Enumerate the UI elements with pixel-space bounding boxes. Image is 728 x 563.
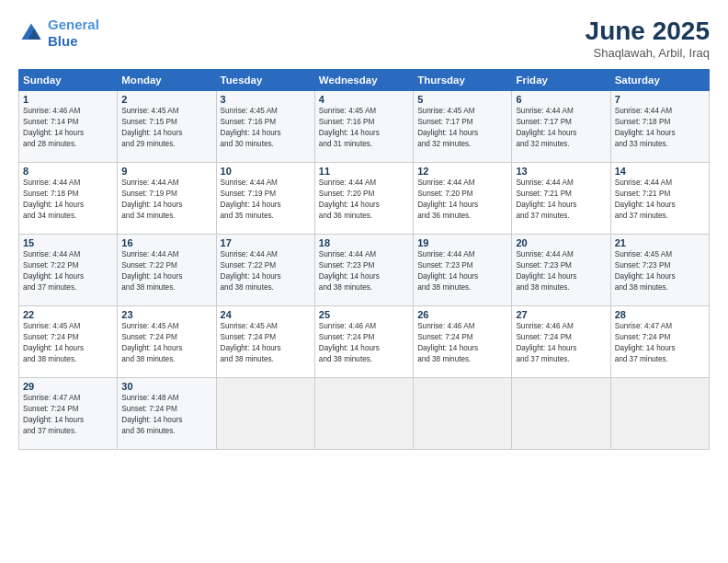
day-number: 3 xyxy=(221,94,311,105)
day-number: 4 xyxy=(319,94,409,105)
calendar-cell: 30Sunrise: 4:48 AMSunset: 7:24 PMDayligh… xyxy=(118,378,216,450)
cell-details: Sunrise: 4:45 AMSunset: 7:15 PMDaylight:… xyxy=(121,106,211,150)
day-number: 23 xyxy=(121,309,211,320)
weekday-header: Friday xyxy=(512,70,610,91)
cell-details: Sunrise: 4:48 AMSunset: 7:24 PMDaylight:… xyxy=(121,393,211,437)
cell-details: Sunrise: 4:45 AMSunset: 7:17 PMDaylight:… xyxy=(417,106,507,150)
calendar-cell: 14Sunrise: 4:44 AMSunset: 7:21 PMDayligh… xyxy=(610,163,709,235)
cell-details: Sunrise: 4:45 AMSunset: 7:16 PMDaylight:… xyxy=(319,106,409,150)
day-number: 9 xyxy=(121,166,211,177)
day-number: 25 xyxy=(319,309,409,320)
calendar-row: 15Sunrise: 4:44 AMSunset: 7:22 PMDayligh… xyxy=(19,235,710,306)
cell-details: Sunrise: 4:44 AMSunset: 7:21 PMDaylight:… xyxy=(615,178,705,222)
day-number: 29 xyxy=(23,381,113,392)
cell-details: Sunrise: 4:44 AMSunset: 7:19 PMDaylight:… xyxy=(121,178,211,222)
calendar-cell: 6Sunrise: 4:44 AMSunset: 7:17 PMDaylight… xyxy=(512,91,610,163)
calendar-header-row: SundayMondayTuesdayWednesdayThursdayFrid… xyxy=(19,70,710,91)
day-number: 20 xyxy=(516,237,606,248)
title-block: June 2025 Shaqlawah, Arbil, Iraq xyxy=(586,17,710,60)
calendar-cell: 18Sunrise: 4:44 AMSunset: 7:23 PMDayligh… xyxy=(314,235,413,306)
day-number: 10 xyxy=(221,166,311,177)
calendar-cell: 2Sunrise: 4:45 AMSunset: 7:15 PMDaylight… xyxy=(118,91,216,163)
day-number: 12 xyxy=(417,166,507,177)
day-number: 14 xyxy=(615,166,705,177)
header: General Blue June 2025 Shaqlawah, Arbil,… xyxy=(18,17,710,60)
cell-details: Sunrise: 4:45 AMSunset: 7:16 PMDaylight:… xyxy=(221,106,311,150)
calendar-cell: 22Sunrise: 4:45 AMSunset: 7:24 PMDayligh… xyxy=(19,306,118,378)
calendar-cell: 10Sunrise: 4:44 AMSunset: 7:19 PMDayligh… xyxy=(216,163,314,235)
logo-text: General Blue xyxy=(48,17,99,50)
calendar-cell: 15Sunrise: 4:44 AMSunset: 7:22 PMDayligh… xyxy=(19,235,118,306)
cell-details: Sunrise: 4:46 AMSunset: 7:14 PMDaylight:… xyxy=(23,106,113,150)
day-number: 7 xyxy=(615,94,705,105)
logo-icon xyxy=(18,20,44,46)
calendar-cell: 7Sunrise: 4:44 AMSunset: 7:18 PMDaylight… xyxy=(610,91,709,163)
calendar-cell xyxy=(414,378,512,450)
cell-details: Sunrise: 4:47 AMSunset: 7:24 PMDaylight:… xyxy=(23,393,113,437)
weekday-header: Thursday xyxy=(414,70,512,91)
calendar-cell: 12Sunrise: 4:44 AMSunset: 7:20 PMDayligh… xyxy=(414,163,512,235)
cell-details: Sunrise: 4:44 AMSunset: 7:23 PMDaylight:… xyxy=(516,249,606,293)
day-number: 17 xyxy=(221,237,311,248)
calendar-cell xyxy=(512,378,610,450)
calendar-cell xyxy=(216,378,314,450)
day-number: 8 xyxy=(23,166,113,177)
weekday-header: Tuesday xyxy=(216,70,314,91)
cell-details: Sunrise: 4:46 AMSunset: 7:24 PMDaylight:… xyxy=(516,321,606,365)
day-number: 15 xyxy=(23,237,113,248)
cell-details: Sunrise: 4:45 AMSunset: 7:23 PMDaylight:… xyxy=(615,249,705,293)
cell-details: Sunrise: 4:46 AMSunset: 7:24 PMDaylight:… xyxy=(417,321,507,365)
day-number: 19 xyxy=(417,237,507,248)
day-number: 28 xyxy=(615,309,705,320)
calendar-row: 8Sunrise: 4:44 AMSunset: 7:18 PMDaylight… xyxy=(19,163,710,235)
day-number: 13 xyxy=(516,166,606,177)
calendar-cell: 8Sunrise: 4:44 AMSunset: 7:18 PMDaylight… xyxy=(19,163,118,235)
cell-details: Sunrise: 4:44 AMSunset: 7:23 PMDaylight:… xyxy=(319,249,409,293)
calendar-row: 29Sunrise: 4:47 AMSunset: 7:24 PMDayligh… xyxy=(19,378,710,450)
calendar-cell: 3Sunrise: 4:45 AMSunset: 7:16 PMDaylight… xyxy=(216,91,314,163)
calendar-table: SundayMondayTuesdayWednesdayThursdayFrid… xyxy=(18,69,710,450)
cell-details: Sunrise: 4:46 AMSunset: 7:24 PMDaylight:… xyxy=(319,321,409,365)
location: Shaqlawah, Arbil, Iraq xyxy=(586,46,710,60)
cell-details: Sunrise: 4:44 AMSunset: 7:18 PMDaylight:… xyxy=(23,178,113,222)
cell-details: Sunrise: 4:44 AMSunset: 7:18 PMDaylight:… xyxy=(615,106,705,150)
calendar-cell: 13Sunrise: 4:44 AMSunset: 7:21 PMDayligh… xyxy=(512,163,610,235)
day-number: 6 xyxy=(516,94,606,105)
calendar-cell: 26Sunrise: 4:46 AMSunset: 7:24 PMDayligh… xyxy=(414,306,512,378)
cell-details: Sunrise: 4:44 AMSunset: 7:22 PMDaylight:… xyxy=(221,249,311,293)
calendar-cell: 23Sunrise: 4:45 AMSunset: 7:24 PMDayligh… xyxy=(118,306,216,378)
calendar-row: 22Sunrise: 4:45 AMSunset: 7:24 PMDayligh… xyxy=(19,306,710,378)
weekday-header: Monday xyxy=(118,70,216,91)
cell-details: Sunrise: 4:44 AMSunset: 7:23 PMDaylight:… xyxy=(417,249,507,293)
day-number: 21 xyxy=(615,237,705,248)
logo: General Blue xyxy=(18,17,99,50)
calendar-cell: 19Sunrise: 4:44 AMSunset: 7:23 PMDayligh… xyxy=(414,235,512,306)
calendar-cell: 16Sunrise: 4:44 AMSunset: 7:22 PMDayligh… xyxy=(118,235,216,306)
day-number: 2 xyxy=(121,94,211,105)
calendar-cell: 4Sunrise: 4:45 AMSunset: 7:16 PMDaylight… xyxy=(314,91,413,163)
calendar-row: 1Sunrise: 4:46 AMSunset: 7:14 PMDaylight… xyxy=(19,91,710,163)
day-number: 1 xyxy=(23,94,113,105)
weekday-header: Sunday xyxy=(19,70,118,91)
day-number: 26 xyxy=(417,309,507,320)
calendar-cell: 5Sunrise: 4:45 AMSunset: 7:17 PMDaylight… xyxy=(414,91,512,163)
day-number: 22 xyxy=(23,309,113,320)
cell-details: Sunrise: 4:44 AMSunset: 7:20 PMDaylight:… xyxy=(417,178,507,222)
calendar-cell: 24Sunrise: 4:45 AMSunset: 7:24 PMDayligh… xyxy=(216,306,314,378)
calendar-cell: 28Sunrise: 4:47 AMSunset: 7:24 PMDayligh… xyxy=(610,306,709,378)
cell-details: Sunrise: 4:44 AMSunset: 7:22 PMDaylight:… xyxy=(121,249,211,293)
calendar-body: 1Sunrise: 4:46 AMSunset: 7:14 PMDaylight… xyxy=(19,91,710,450)
calendar-cell xyxy=(610,378,709,450)
cell-details: Sunrise: 4:45 AMSunset: 7:24 PMDaylight:… xyxy=(23,321,113,365)
calendar-cell xyxy=(314,378,413,450)
month-title: June 2025 xyxy=(586,17,710,46)
cell-details: Sunrise: 4:47 AMSunset: 7:24 PMDaylight:… xyxy=(615,321,705,365)
weekday-header: Saturday xyxy=(610,70,709,91)
calendar-cell: 9Sunrise: 4:44 AMSunset: 7:19 PMDaylight… xyxy=(118,163,216,235)
calendar-cell: 21Sunrise: 4:45 AMSunset: 7:23 PMDayligh… xyxy=(610,235,709,306)
day-number: 16 xyxy=(121,237,211,248)
cell-details: Sunrise: 4:44 AMSunset: 7:17 PMDaylight:… xyxy=(516,106,606,150)
day-number: 24 xyxy=(221,309,311,320)
day-number: 18 xyxy=(319,237,409,248)
calendar-cell: 11Sunrise: 4:44 AMSunset: 7:20 PMDayligh… xyxy=(314,163,413,235)
